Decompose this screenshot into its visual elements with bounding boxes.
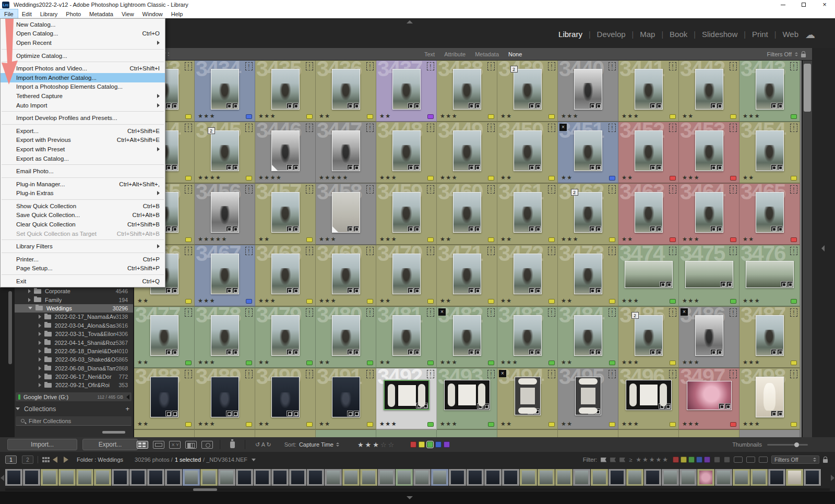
color-label-chip[interactable] [246,361,252,365]
crop-badge-icon[interactable] [777,226,783,232]
grid-cell-3486[interactable]: 3486!×★★★ [679,307,739,368]
color-label-chip[interactable] [548,237,555,242]
grid-cell-3474[interactable]: 3474!★★★ [618,245,679,307]
cell-rating-stars[interactable]: ★★★ [743,421,760,427]
module-library[interactable]: Library [558,30,582,39]
cell-rating-stars[interactable]: ★★★ [622,113,639,119]
filmstrip-thumbnail[interactable] [289,469,307,486]
filmstrip-thumbnail[interactable] [236,469,254,486]
color-label-chip[interactable] [185,176,192,181]
metadata-status-icon[interactable]: ! [245,308,253,317]
cell-rating-stars[interactable]: ★★ [137,297,149,304]
develop-badge-icon[interactable] [226,164,232,170]
color-label-chip[interactable] [185,422,192,427]
photo-thumbnail[interactable] [575,377,601,415]
crop-badge-icon[interactable] [232,226,238,232]
metadata-status-icon[interactable]: ! [185,308,192,317]
filters-dropdown-icon[interactable] [795,52,798,56]
grid-cell-3448[interactable]: 3448!★★★ [376,122,437,184]
metadata-status-icon[interactable]: ! [366,370,374,378]
filmstrip-thumbnail[interactable] [76,469,94,486]
photo-thumbnail[interactable]: 2 [514,69,542,110]
cell-rating-stars[interactable]: ★★★ [682,421,700,427]
develop-badge-icon[interactable] [710,349,716,355]
menu-item-clear-quick-collection[interactable]: Clear Quick CollectionCtrl+Shift+B [1,220,165,229]
menu-item-import-photos-and-video[interactable]: Import Photos and Video...Ctrl+Shift+I [1,64,165,73]
color-label-chip[interactable] [488,361,494,365]
crop-badge-icon[interactable] [232,411,238,416]
toolbar-star-icon[interactable]: ★ [373,441,379,449]
folder-expand-icon[interactable] [39,366,41,370]
folder-row-family[interactable]: Family194 [15,295,133,304]
metadata-status-icon[interactable]: ! [730,124,737,132]
develop-badge-icon[interactable] [408,226,413,232]
toolbar-star-icon[interactable]: ★ [357,441,364,449]
filmstrip-label-swatch-red[interactable] [673,457,679,463]
develop-badge-icon[interactable] [226,226,232,232]
filmstrip-thumbnail[interactable] [502,469,520,486]
menu-item-tethered-capture[interactable]: Tethered Capture [1,91,165,101]
cell-rating-stars[interactable]: ★★★ [258,113,276,119]
filmstrip-scroll-right-icon[interactable] [831,475,834,481]
crop-badge-icon[interactable] [293,349,299,355]
crop-badge-icon[interactable] [777,103,783,109]
forward-icon[interactable] [64,457,68,463]
folder-row-2022-09-21-ofir-roi[interactable]: 2022-09-21_Ofir&Roi353 [15,381,133,389]
filmstrip-thumbnail[interactable] [768,469,786,486]
cell-rating-stars[interactable]: ★★ [561,174,573,181]
menubar-item-edit[interactable]: Edit [18,9,36,18]
photo-thumbnail[interactable] [332,377,360,417]
cell-rating-stars[interactable]: ★★★ [622,297,639,304]
grid-cell-3481[interactable]: 3481!★★ [376,307,437,368]
menubar-item-photo[interactable]: Photo [62,9,85,18]
crop-badge-icon[interactable] [414,164,420,170]
crop-badge-icon[interactable] [777,349,783,355]
metadata-status-icon[interactable]: ! [730,370,737,378]
module-book[interactable]: Book [670,30,687,39]
cell-rating-stars[interactable]: ★★ [561,297,573,304]
grid-cell-3472[interactable]: 3472!★★ [497,245,558,307]
metadata-status-icon[interactable]: ! [609,124,616,132]
develop-badge-icon[interactable] [287,287,292,293]
filmstrip-thumbnail[interactable] [23,469,41,486]
color-label-chip[interactable] [670,114,676,119]
filmstrip-thumbnail[interactable] [378,469,396,486]
grid-cell-3463[interactable]: 3463!★★ [618,184,679,245]
cell-rating-stars[interactable]: ★★★ [743,297,760,304]
cell-rating-stars[interactable]: ★★★ [198,297,216,304]
photo-thumbnail[interactable] [695,130,723,171]
crop-badge-icon[interactable] [293,103,299,109]
filmstrip-thumbnail[interactable] [342,469,360,486]
toolbar-star-icon[interactable]: ★ [365,441,372,449]
color-label-chip[interactable] [609,361,615,365]
menu-item-export-with-previous[interactable]: Export with PreviousCtrl+Alt+Shift+E [1,136,165,145]
filmstrip-thumbnail[interactable] [786,469,804,486]
grid-cell-3453[interactable]: 3453!★★★ [679,122,739,184]
grid-cell-partial[interactable] [376,430,437,437]
develop-badge-icon[interactable] [347,164,353,170]
cell-rating-stars[interactable]: ★★★ [440,421,458,427]
develop-badge-icon[interactable] [529,287,534,293]
right-panel-reveal-icon[interactable] [821,245,825,251]
metadata-status-icon[interactable]: ! [185,247,192,255]
grid-cell-3461[interactable]: 3461!★★ [497,184,558,245]
photo-thumbnail[interactable] [574,315,602,356]
develop-badge-icon[interactable] [468,164,474,170]
source-dropdown-icon[interactable] [252,459,256,461]
metadata-status-icon[interactable]: ! [790,62,797,70]
photo-thumbnail[interactable] [332,130,360,171]
filmstrip-thumbnail[interactable] [165,469,183,486]
grid-cell-3495[interactable]: 3495!★★ [558,368,618,430]
color-label-chip[interactable] [427,361,434,365]
grid-cell-3476[interactable]: 3476!★★★ [739,245,800,307]
crop-badge-icon[interactable] [665,403,671,409]
develop-badge-icon[interactable] [226,103,232,109]
metadata-status-icon[interactable]: ! [669,308,676,317]
color-label-chip[interactable] [670,422,676,427]
filmstrip-thumbnail[interactable] [254,469,271,486]
cell-rating-stars[interactable]: ★★ [500,113,512,119]
color-label-chip[interactable] [791,422,797,427]
photo-thumbnail[interactable] [514,192,542,233]
grid-cell-partial[interactable] [618,430,679,437]
crop-badge-icon[interactable] [172,103,177,109]
